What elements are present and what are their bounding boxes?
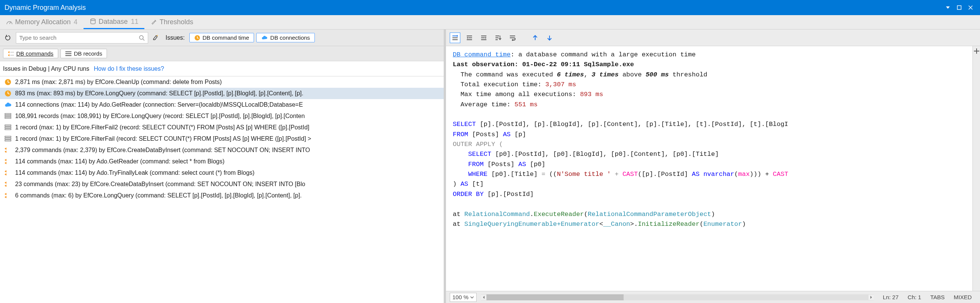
tab-database[interactable]: Database 11 [84,15,144,29]
records-icon [65,51,72,56]
sql-kw: FROM [468,161,484,168]
sql-kw: FROM [453,131,468,138]
sql-kw: SELECT [468,151,491,158]
issue-row[interactable]: 108,991 records (max: 108,991) by EfCore… [0,110,444,122]
wrap-button[interactable] [507,32,518,43]
issue-row[interactable]: 2,871 ms (max: 2,871 ms) by EfCore.Clean… [0,77,444,88]
exec-a: The command was executed [460,71,557,78]
issue-row[interactable]: 6 commands (max: 6) by EfCore.LongQuery … [0,190,444,201]
filter-db-commands[interactable]: DB commands [3,49,58,58]
stack-p: ) [711,211,715,218]
issue-row[interactable]: 114 connections (max: 114) by Ado.GetRea… [0,99,444,110]
status-ln: Ln: 27 [878,294,903,300]
issue-text: 114 commands (max: 114) by Ado.GetReader… [15,158,224,165]
indent-left-button[interactable] [464,32,475,43]
refresh-button[interactable] [3,32,14,43]
issue-list[interactable]: 2,871 ms (max: 2,871 ms) by EfCore.Clean… [0,77,444,303]
exec-f: 500 ms [646,71,668,78]
issue-text: 6 commands (max: 6) by EfCore.LongQuery … [15,192,302,199]
svg-point-3 [140,35,143,39]
issue-row[interactable]: 1 record (max: 1) by EfCore.FilterFail2 … [0,122,444,133]
sql-text: ))) + [750,171,773,178]
issue-row[interactable]: 1 record (max: 1) by EfCore.FilterFail (… [0,133,444,145]
max-value: 893 ms [580,91,603,98]
pill-label: DB records [74,50,102,57]
titlebar: Dynamic Program Analysis [0,0,980,15]
tab-count: 4 [74,18,78,26]
sql-kw: AS [460,180,468,188]
sql-text: ([p].[PostId] [638,171,692,178]
right-grip[interactable] [972,46,980,291]
sql-text: [p0] [526,161,546,168]
expand-all-button[interactable] [450,32,460,43]
svg-rect-19 [5,136,11,137]
horizontal-scrollbar[interactable] [481,294,874,300]
search-input[interactable] [19,34,139,41]
svg-rect-21 [5,140,11,141]
filter-db-command-time[interactable]: DB command time [189,33,254,42]
tab-thresholds[interactable]: Thresholds [144,15,199,29]
sql-text: OUTER APPLY ( [453,141,503,148]
sql-text: ( [734,171,738,178]
issue-text: 108,991 records (max: 108,991) by EfCore… [15,113,305,120]
sql-op: + [611,171,622,178]
svg-rect-0 [957,6,961,10]
indent-right-button[interactable] [479,32,489,43]
database-icon [89,18,96,25]
stack-arg: Enumerator [703,220,742,228]
filter-db-records[interactable]: DB records [60,49,107,58]
status-mixed: MIXED [949,294,976,300]
sql-func: CAST [622,171,638,178]
highlight-button[interactable] [150,32,161,43]
search-box[interactable] [16,32,148,43]
svg-point-2 [91,19,95,21]
issue-text: 23 commands (max: 23) by EfCore.CreateDa… [15,181,305,188]
issue-row[interactable]: 893 ms (max: 893 ms) by EfCore.LongQuery… [0,88,444,99]
detail-title-link[interactable]: DB command time [453,51,511,58]
zoom-selector[interactable]: 100 % [450,293,477,302]
issues-panel: Issues: DB command time DB connections [0,30,446,303]
window-maximize-button[interactable] [954,3,964,13]
stack-p: ( [700,220,703,228]
issue-row[interactable]: 2,379 commands (max: 2,379) by EfCore.Cr… [0,145,444,156]
window-dropdown-button[interactable] [943,3,953,13]
scroll-right-button[interactable] [869,295,874,300]
scope-label: Issues in Debug | Any CPU runs [3,65,89,72]
commands-icon [4,158,12,164]
issue-row[interactable]: 114 commands (max: 114) by Ado.TryFinall… [0,167,444,179]
help-link[interactable]: How do I fix these issues? [94,65,164,72]
stack-method: InitializeReader [638,220,700,228]
window-title: Dynamic Program Analysis [5,4,86,12]
status-ch: Ch: 1 [903,294,926,300]
issue-text: 114 connections (max: 114) by Ado.GetRea… [15,101,303,108]
search-icon [139,35,145,41]
svg-rect-15 [5,117,11,118]
clock-icon [194,35,200,41]
sort-button[interactable] [493,32,503,43]
issue-text: 1 record (max: 1) by EfCore.FilterFail2 … [15,124,310,131]
sql-text: [Posts] [468,131,503,138]
window-close-button[interactable] [966,3,975,13]
stack-at: at [453,211,465,218]
avg-value: 551 ms [514,101,538,108]
tab-memory-allocation[interactable]: Memory Allocation 4 [0,15,84,29]
issue-text: 114 commands (max: 114) by Ado.TryFinall… [15,169,255,176]
records-icon [4,113,12,119]
issue-row[interactable]: 114 commands (max: 114) by Ado.GetReader… [0,156,444,167]
arrow-up-button[interactable] [530,32,541,43]
stack-method: ExecuteReader [534,211,584,218]
status-bar: 100 % Ln: 27 Ch: 1 TABS MIXED [446,291,980,303]
detail-body[interactable]: DB command time: a database command with… [446,46,972,291]
issue-row[interactable]: 23 commands (max: 23) by EfCore.CreateDa… [0,179,444,190]
issue-text: 2,379 commands (max: 2,379) by EfCore.Cr… [15,147,310,153]
scroll-left-button[interactable] [481,295,487,300]
tab-label: Memory Allocation [15,18,71,26]
sql-kw: max [738,171,750,178]
commands-icon [8,51,14,56]
filter-db-connections[interactable]: DB connections [256,33,315,42]
issue-text: 2,871 ms (max: 2,871 ms) by EfCore.Clean… [15,79,222,86]
arrow-down-button[interactable] [544,32,555,43]
issue-text: 893 ms (max: 893 ms) by EfCore.LongQuery… [15,90,304,97]
scroll-thumb[interactable] [487,294,624,300]
total-value: 3,307 ms [546,81,576,88]
